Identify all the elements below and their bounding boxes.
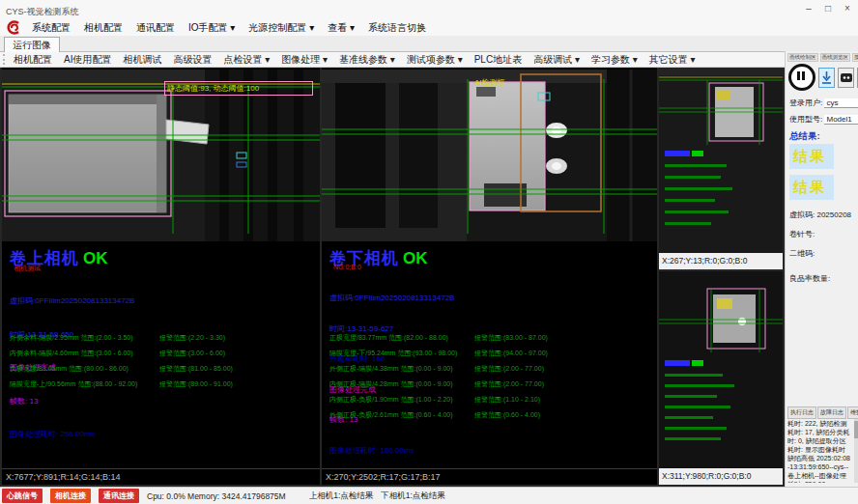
lower-camera-result-badge: OK [403,249,428,267]
tool-ai-config[interactable]: AI使用配置 [58,53,117,67]
tool-advanced-settings[interactable]: 高级设置 [167,53,217,67]
action-buttons [788,64,858,91]
tool-other-settings[interactable]: 其它设置 ▾ [644,53,701,67]
measurement-value: 外侧正极-负极/2.61mm 范围:(0.60 - 4.00) [329,410,453,420]
result-box-2: 结果 [789,175,834,200]
pause-button[interactable] [788,64,815,91]
import-button[interactable] [818,68,835,88]
alarm-range: 报警范围:(2.20 - 3.30) [159,333,225,343]
heartbeat-status-badge: 心跳信号 [2,489,43,503]
log-tabs: 执行日志 故障日志 维护日志 [787,406,858,419]
close-button[interactable]: × [841,3,854,14]
measurement-value: 隔膜宽度-上/90.56mm 范围:(88.00 - 92.00) [10,379,137,389]
upper-camera-subtitle: 相机测试 [14,264,41,273]
tool-plc-address[interactable]: PLC地址表 [469,53,528,67]
tool-baseline-params[interactable]: 基准线参数 ▾ [333,53,401,67]
comm-connection-badge: 通讯连接 [99,489,139,503]
lower-camera-check-status: 下相机1:点检结果 [381,490,445,502]
measurement-value: 外侧正极-隔膜/4.38mm 范围:(0.00 - 9.00) [329,364,453,374]
aux-camera-bottom-pixel-coords: X:311;Y:980;R:0;G:0;B:0 [659,468,783,485]
device-button[interactable] [838,68,854,88]
alarm-range: 报警范围:(81.00 - 85.00) [159,364,233,374]
tab-strip: 运行图像 [0,36,858,52]
lower-camera-panel: AI检测框 卷下相机OK NG:0;B:0 虚拟码:0FFIiim2025020… [322,68,657,485]
alarm-range: 报警范围:(94.00 - 97.00) [474,349,548,358]
qr-code-field: 二维码: [789,248,815,259]
model-label: 使用型号: [789,115,822,124]
measurement-value: 负极宽度/83.05mm 范围:(80.00 - 86.00) [10,364,129,374]
tool-camera-config[interactable]: 相机配置 [8,53,58,67]
log-tab-exec[interactable]: 执行日志 [787,406,816,419]
tool-spot-check[interactable]: 点检设置 ▾ [217,53,275,67]
login-user-row: 登录用户: cys [789,98,858,108]
measurement-value: 外侧余料-隔膜/2.95mm 范围:(2.00 - 3.50) [10,333,133,343]
aux-camera-top-image[interactable] [659,68,783,257]
info-line: 帧数: 13 [10,396,134,407]
status-bar: 心跳信号 相机连接 通讯连接 Cpu: 0.0% Memory: 3424.41… [0,487,858,504]
minimize-button[interactable]: – [802,3,815,14]
model-field[interactable]: Model1 [824,115,858,125]
toolbar: 相机配置 AI使用配置 相机调试 高级设置 点检设置 ▾ 图像处理 ▾ 基准线参… [0,52,785,68]
login-user-label: 登录用户: [789,98,822,107]
tool-learning-params[interactable]: 学习参数 ▾ [586,53,644,67]
tool-test-params[interactable]: 测试项参数 ▾ [401,53,469,67]
aux-camera-bottom-image[interactable] [659,271,783,472]
tool-advanced-debug[interactable]: 高级调试 ▾ [528,53,586,67]
aux-camera-top-panel: X:267;Y:13;R:0;G:0;B:0 [659,68,783,269]
menu-camera-config[interactable]: 相机配置 [77,21,129,35]
title-bar: CYS-视觉检测系统 – □ × [0,0,858,20]
zone-buttons[interactable]: 按钮操作区 [852,53,858,62]
info-line: 虚拟码:0FFIiim2025020813313472B [10,295,134,307]
alarm-range: 报警范围:(89.00 - 91.00) [159,379,233,389]
menu-language-switch[interactable]: 系统语言切换 [361,21,433,35]
total-result-label: 总结果: [789,130,820,143]
tool-image-processing[interactable]: 图像处理 ▾ [275,53,333,67]
log-tab-fault[interactable]: 故障日志 [817,406,846,419]
zone-tabs: 画线绘制区 画线浏览区 按钮操作区 [787,53,858,62]
aux-camera-bottom-panel: X:311;Y:980;R:0;G:0;B:0 [659,271,783,485]
log-scrollbar-thumb[interactable] [854,421,858,438]
alarm-range: 报警范围:(2.00 - 77.00) [474,379,544,389]
tool-camera-debug[interactable]: 相机调试 [117,53,167,67]
menu-view[interactable]: 查看 ▾ [321,21,361,35]
menu-light-config[interactable]: 光源控制配置 ▾ [242,21,321,35]
menu-io-config[interactable]: IO手配置 ▾ [182,21,242,35]
ai-detection-box-label: AI检测框 [474,77,505,88]
threshold-overlay-label: 静态阈值:93, 动态阈值:100 [164,81,313,96]
cpu-memory-status: Cpu: 0.0% Memory: 3424.41796875M [147,491,286,501]
zone-draw[interactable]: 画线绘制区 [787,53,818,62]
info-line: 图像处理耗时: 256.00ms [10,429,134,440]
login-user-field[interactable]: cys [824,98,858,108]
alarm-range: 报警范围:(2.00 - 77.00) [474,364,544,374]
menu-bar: 系统配置 相机配置 通讯配置 IO手配置 ▾ 光源控制配置 ▾ 查看 ▾ 系统语… [0,19,858,36]
info-line: 虚拟码:0FFIiim2025020813313472B [329,294,454,304]
upper-camera-result-badge: OK [83,249,108,267]
zone-browse[interactable]: 画线浏览区 [820,53,851,62]
alarm-range: 报警范围:(83.00 - 87.00) [474,333,548,343]
aux-camera-top-pixel-coords: X:267;Y:13;R:0;G:0;B:0 [659,253,783,269]
tab-run-image[interactable]: 运行图像 [4,37,60,52]
menu-comm-config[interactable]: 通讯配置 [129,21,182,35]
camera-icon [841,73,852,82]
yield-count-field: 良品率数量: [789,273,830,284]
upper-camera-measurements: 外侧余料-隔膜/2.95mm 范围:(2.00 - 3.50)报警范围:(2.2… [2,330,320,392]
virtual-code-field: 虚拟码: 20250208 [789,210,851,220]
download-icon [821,71,832,84]
lower-camera-pixel-coords: X:270;Y:2502;R:17;G:17;B:17 [322,468,657,485]
upper-camera-image[interactable]: 静态阈值:93, 动态阈值:100 [2,70,320,245]
alarm-range: 报警范围:(0.60 - 4.00) [474,410,540,420]
model-row: 使用型号: Model1 [789,114,858,125]
alarm-range: 报警范围:(1.10 - 2.10) [474,395,540,405]
upper-camera-panel: 静态阈值:93, 动态阈值:100 卷上相机OK 相机测试 虚拟码:0FFIii… [2,68,320,485]
measurement-value: 内侧余料-隔膜/4.60mm 范围:(3.00 - 6.00) [10,349,133,358]
maximize-button[interactable]: □ [821,3,835,14]
app-logo-icon [4,20,21,35]
log-scrollbar[interactable] [854,419,858,483]
window-title: CYS-视觉检测系统 [6,6,79,18]
log-tab-maintenance[interactable]: 维护日志 [847,406,858,419]
info-line: 图像处理耗时: 160.00ms [329,446,454,457]
menu-system-config[interactable]: 系统配置 [25,21,77,35]
control-panel: 画线绘制区 画线浏览区 按钮操作区 登录用户: [785,51,858,487]
winding-pin-field: 卷针号: [789,229,815,239]
lower-camera-image[interactable]: AI检测框 [322,70,657,245]
